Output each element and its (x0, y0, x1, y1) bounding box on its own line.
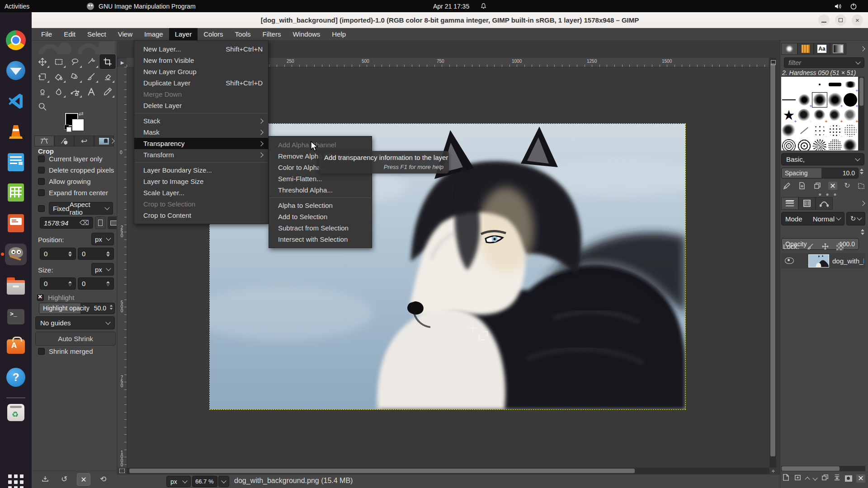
current-layer-only-checkbox[interactable] (38, 155, 45, 162)
position-unit-combo[interactable]: px (91, 233, 114, 245)
size-x-spinbox[interactable]: 0 (40, 277, 76, 290)
lower-layer-icon[interactable] (813, 475, 818, 480)
dock-item-vlc[interactable] (5, 121, 27, 143)
brush-cell[interactable]: + (797, 108, 812, 123)
brush-group-combo[interactable]: Basic, (781, 153, 864, 165)
rectangle-select-tool[interactable] (51, 54, 67, 69)
layer-row[interactable]: dog_with_bac (781, 253, 865, 268)
brush-cell[interactable] (781, 123, 797, 138)
brush-cell[interactable] (797, 138, 812, 150)
brush-cell[interactable]: ★+ (781, 108, 797, 123)
dock-item-help[interactable]: ? (5, 366, 27, 388)
dock-item-chrome[interactable] (5, 29, 27, 51)
brush-cell[interactable]: + (843, 77, 858, 92)
menu-image[interactable]: Image (138, 28, 169, 40)
menu-tools[interactable]: Tools (229, 28, 257, 40)
new-brush-icon[interactable] (798, 182, 806, 192)
tab-paths[interactable] (816, 197, 833, 210)
option-shrink-merged[interactable]: Shrink merged (38, 347, 93, 355)
raise-layer-icon[interactable] (805, 477, 810, 482)
menu-item-layer-boundary-size[interactable]: Layer Boundary Size... (134, 164, 268, 176)
menu-item-transparency[interactable]: Transparency (134, 138, 268, 149)
brush-cell[interactable] (781, 77, 797, 92)
menu-item-new-layer-group[interactable]: New Layer Group (134, 66, 268, 77)
background-color-swatch[interactable] (72, 119, 84, 131)
menu-item-crop-to-content[interactable]: Crop to Content (134, 210, 268, 221)
highlight-checkbox[interactable] (37, 294, 44, 301)
tab-patterns[interactable] (797, 43, 814, 55)
brush-cell[interactable] (781, 92, 797, 108)
color-picker-tool[interactable] (99, 84, 116, 99)
expand-from-center-checkbox[interactable] (38, 189, 45, 196)
layer-thumbnail[interactable] (808, 254, 829, 267)
close-button[interactable]: × (852, 14, 863, 26)
delete-cropped-pixels-checkbox[interactable] (38, 167, 45, 174)
brush-grid-scrollbar[interactable] (859, 77, 864, 150)
delete-preset-button[interactable]: ✕ (77, 473, 90, 486)
transform-tool[interactable] (34, 69, 51, 84)
paintbrush-tool[interactable] (83, 69, 99, 84)
tab-gradients[interactable] (830, 43, 846, 55)
system-status-area[interactable] (834, 0, 857, 12)
fuzzy-select-tool[interactable] (83, 54, 99, 69)
menu-item-delete-layer[interactable]: Delete Layer (134, 100, 268, 111)
navigation-button[interactable]: ✛ (770, 468, 776, 474)
menu-item-mask[interactable]: Mask (134, 127, 268, 138)
clone-tool[interactable] (34, 84, 51, 99)
brush-grid[interactable]: + + + + + ★+ + + + + + + (781, 77, 858, 150)
brush-cell[interactable] (827, 77, 843, 92)
brush-cell[interactable]: + (843, 92, 858, 108)
brush-cell[interactable]: + (797, 92, 812, 108)
swap-colors-icon[interactable]: ⇄ (79, 110, 84, 117)
horizontal-scrollbar[interactable] (127, 468, 769, 474)
edit-brush-icon[interactable] (783, 182, 791, 192)
status-unit-combo[interactable]: px (166, 476, 191, 487)
submenu-item-intersect-with-selection[interactable]: Intersect with Selection (269, 234, 372, 245)
brush-cell[interactable]: + (812, 108, 827, 123)
dock-menu-arrow-icon[interactable] (860, 201, 865, 206)
dock-item-libreoffice-impress[interactable] (5, 212, 27, 234)
dock-menu-arrow-icon[interactable] (860, 46, 865, 51)
duplicate-layer-icon[interactable] (821, 474, 829, 483)
text-tool[interactable] (83, 84, 99, 99)
canvas-menu-button[interactable]: ▶ (118, 58, 127, 67)
status-zoom-field[interactable]: 66.7 % (192, 476, 217, 487)
vertical-scrollbar-thumb[interactable] (770, 63, 775, 456)
brush-cell[interactable] (797, 123, 812, 138)
brush-spacing-slider[interactable]: Spacing 10.0 (781, 168, 859, 178)
menu-item-new-layer[interactable]: New Layer...Shift+Ctrl+N (134, 43, 268, 55)
brush-cell[interactable]: + (843, 108, 858, 123)
focused-app-menu[interactable]: GNU Image Manipulation Program (87, 0, 196, 12)
tab-layers[interactable] (781, 197, 798, 210)
smudge-tool[interactable] (51, 84, 67, 99)
opacity-spin-arrows[interactable] (861, 229, 864, 235)
vertical-scrollbar[interactable] (769, 58, 776, 468)
tab-undo-history[interactable]: ↩ (74, 136, 94, 146)
tab-fonts[interactable]: Aa (814, 43, 830, 55)
option-current-layer-only[interactable]: Current layer only (38, 155, 102, 163)
tab-tool-options[interactable] (34, 136, 54, 146)
menu-item-new-from-visible[interactable]: New from Visible (134, 55, 268, 66)
menu-filters[interactable]: Filters (257, 28, 287, 40)
menu-item-layer-to-image-size[interactable]: Layer to Image Size (134, 176, 268, 187)
highlight-opacity-slider[interactable]: Highlight opacity 50.0 (39, 303, 115, 314)
brush-cell[interactable] (843, 138, 858, 150)
fixed-checkbox[interactable] (38, 205, 45, 212)
gradient-tool[interactable] (67, 69, 83, 84)
submenu-item-add-to-selection[interactable]: Add to Selection (269, 211, 372, 222)
brush-cell[interactable] (812, 138, 827, 150)
brush-cell-selected[interactable]: + (812, 92, 827, 108)
duplicate-brush-icon[interactable] (813, 182, 821, 192)
dock-item-gimp[interactable] (5, 244, 27, 265)
restore-button[interactable] (835, 14, 846, 26)
new-layer-group-icon[interactable] (794, 474, 802, 483)
reset-defaults-button[interactable]: ⟲ (97, 473, 109, 485)
window-titlebar[interactable]: [dog_with_background] (imported)-1.0 (RG… (32, 12, 868, 28)
activities-button[interactable]: Activities (5, 0, 29, 12)
menu-item-duplicate-layer[interactable]: Duplicate LayerShift+Ctrl+D (134, 77, 268, 89)
spacing-spin-arrows[interactable] (860, 169, 863, 174)
clear-field-icon[interactable]: ⌫ (80, 219, 89, 227)
option-highlight[interactable]: Highlight (37, 294, 74, 301)
tab-tool-presets[interactable]: i (54, 136, 74, 146)
clock-menu[interactable]: Apr 21 17:35 (433, 0, 487, 12)
